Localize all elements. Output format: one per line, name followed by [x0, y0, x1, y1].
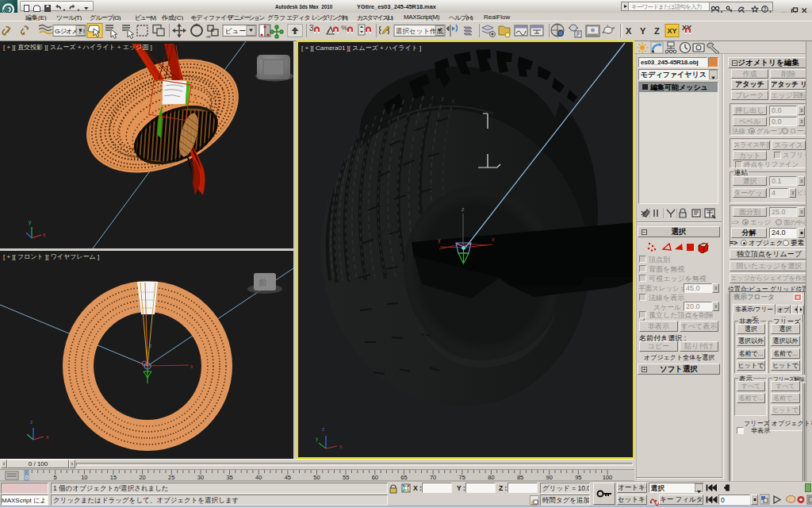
svg-text:30: 30 [197, 474, 204, 481]
svg-text:85: 85 [517, 474, 523, 481]
svg-text:60: 60 [372, 474, 378, 481]
svg-text:3: 3 [309, 24, 314, 33]
svg-text:x: x [190, 364, 193, 369]
svg-text:0: 0 [25, 474, 28, 481]
svg-text:100: 100 [603, 474, 613, 481]
svg-text:G-ジオメト!: G-ジオメト! [55, 28, 85, 35]
svg-text:55: 55 [343, 474, 349, 481]
svg-text:選択セット作成: 選択セット作成 [396, 27, 444, 35]
svg-text:前: 前 [258, 278, 267, 287]
svg-text:Z: Z [654, 26, 660, 36]
svg-text:z: z [30, 419, 33, 425]
svg-text:ビュー: ビュー [225, 27, 246, 35]
svg-text:90: 90 [546, 474, 553, 481]
svg-text:5: 5 [54, 474, 57, 481]
svg-text:80: 80 [488, 474, 494, 481]
svg-text:10: 10 [81, 474, 87, 481]
svg-text:%: % [341, 24, 347, 32]
svg-text:35: 35 [226, 474, 232, 481]
svg-text:y: y [438, 237, 441, 244]
svg-text:?: ? [764, 6, 767, 12]
svg-text:x: x [492, 237, 495, 242]
svg-text:Y: Y [640, 26, 646, 36]
svg-text:[ + ][ 直交投影 ][ スムーズ + ハイライト +: [ + ][ 直交投影 ][ スムーズ + ハイライト + エッジ面 ] [3, 44, 152, 51]
svg-text:25: 25 [168, 474, 174, 481]
svg-text:X: X [626, 26, 632, 36]
svg-text:x: x [339, 444, 343, 449]
svg-text:x: x [194, 95, 197, 101]
svg-text:95: 95 [575, 474, 581, 481]
svg-text:x: x [43, 232, 46, 237]
svg-text:x: x [46, 434, 49, 440]
svg-text:y: y [29, 219, 32, 225]
svg-text:40: 40 [255, 474, 262, 481]
svg-text:z: z [149, 343, 152, 348]
svg-text:XY: XY [668, 27, 677, 35]
svg-text:75: 75 [459, 474, 465, 481]
svg-text:45: 45 [285, 474, 291, 481]
svg-text:[ + ][ フロント ][ ワイヤフレーム ]: [ + ][ フロント ][ ワイヤフレーム ] [3, 253, 99, 260]
svg-text:z: z [322, 426, 324, 432]
svg-text:15: 15 [110, 474, 117, 481]
svg-text:20: 20 [139, 474, 145, 481]
svg-text:70: 70 [430, 474, 436, 481]
svg-text:50: 50 [313, 474, 320, 481]
svg-text:65: 65 [400, 474, 407, 481]
svg-text:y: y [316, 436, 319, 442]
svg-text:[ + ][ Camera01 ][ スムーズ + ハイライ: [ + ][ Camera01 ][ スムーズ + ハイライト ] [301, 44, 421, 52]
svg-text:z: z [462, 206, 465, 212]
